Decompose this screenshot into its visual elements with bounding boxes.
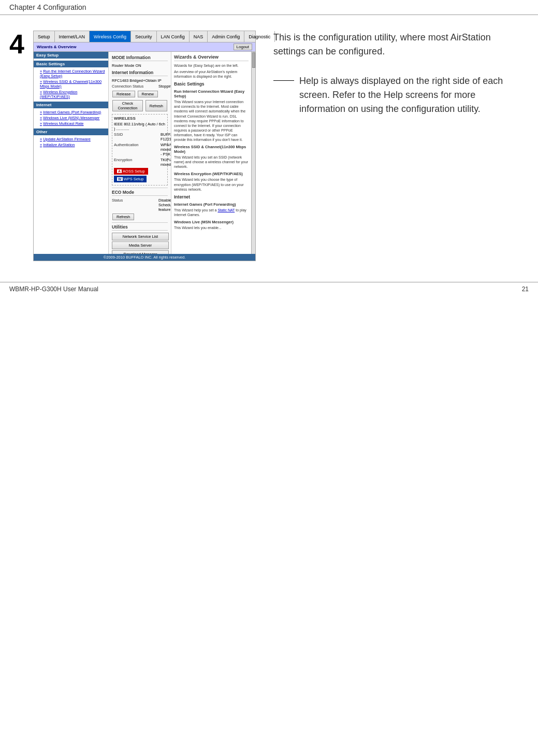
nav-wireless-config[interactable]: Wireless Config <box>90 31 131 42</box>
sidebar: Easy Setup Basic Settings Run the Intern… <box>34 52 109 254</box>
help-msn-text: This Wizard lets you enable... <box>174 225 249 230</box>
aoss-setup-button[interactable]: A AOSS Setup <box>114 168 148 175</box>
ssid-value: BUFFALO-F12217 <box>161 132 171 141</box>
eco-section: ECO Mode Status Disable Schedule feature… <box>112 188 168 221</box>
auth-value: WPA/WPA2 mixedmode - PSK <box>161 142 171 156</box>
main-content: 4 Setup Internet/LAN Wireless Config Sec… <box>0 15 538 261</box>
sidebar-section-title-easy-setup: Easy Setup <box>34 52 108 59</box>
utilities-title: Utilities <box>112 224 168 231</box>
sidebar-section-other: Other Update AirStation Firmware Initial… <box>34 129 108 148</box>
internet-info-title: Internet Information <box>112 70 168 76</box>
sidebar-section-title-other: Other <box>34 129 108 135</box>
help-overview: An overview of your AirStation's system … <box>174 69 249 79</box>
center-panel: MODE Information Router Mode ON Internet… <box>109 52 171 254</box>
sidebar-link-ssid[interactable]: Wireless SSID & Channel(11n300 Mbps Mode… <box>34 79 108 89</box>
eco-status-row: Status Disable Schedule feature <box>112 198 168 212</box>
help-ssid-title: Wireless SSID & Channel(11n300 Mbps Mode… <box>174 145 249 154</box>
sidebar-link-initialize[interactable]: Initialize AirStation <box>34 142 108 148</box>
footer-copyright: ©2009-2010 BUFFALO INC. All rights reser… <box>104 255 186 260</box>
sidebar-section-title-basic: Basic Settings <box>34 61 108 67</box>
sidebar-link-firmware[interactable]: Update AirStation Firmware <box>34 136 108 142</box>
help-intro: Wizards for (Easy Setup) are on the left… <box>174 63 249 68</box>
nav-security[interactable]: Security <box>131 31 157 42</box>
wireless-section: WIRELESS IEEE 802.11n/b/g ( Auto / 6ch )… <box>112 114 168 186</box>
refresh-button-internet[interactable]: Refresh <box>146 100 167 111</box>
chapter-title: Chapter 4 Configuration <box>9 3 86 11</box>
sidebar-section-title-internet: Internet <box>34 102 108 108</box>
enc-label: Encryption <box>114 158 161 167</box>
left-section: 4 Setup Internet/LAN Wireless Config Sec… <box>9 31 256 261</box>
connection-label: Connection Status <box>112 84 158 89</box>
help-port-text: This Wizard help you set a Static NAT to… <box>174 208 249 217</box>
sub-nav-title: Wizards & Overview <box>37 45 76 49</box>
help-panel-title: Wizards & Overview <box>174 54 249 61</box>
nav-internet-lan[interactable]: Internet/LAN <box>55 31 90 42</box>
help-run-wizard-title: Run Internet Connection Wizard (Easy Set… <box>174 89 249 98</box>
right-description-block: This is the configuration utility, where… <box>273 31 524 59</box>
nav-setup[interactable]: Setup <box>34 31 55 42</box>
download-manager-button[interactable]: Download Manager <box>112 250 169 254</box>
connection-status-row: Connection Status Stopping <box>112 84 168 89</box>
help-ssid-text: This Wizard lets you set an SSID (networ… <box>174 155 249 169</box>
utilities-section: Utilities Network Service List Media Ser… <box>112 222 168 254</box>
media-server-button[interactable]: Media Server <box>112 241 169 249</box>
scrollbar[interactable] <box>251 52 255 254</box>
help-msn-title: Windows Live (MSN Messenger) <box>174 220 249 224</box>
sidebar-link-port-forwarding[interactable]: Internet Games (Port Forwarding) <box>34 109 108 115</box>
check-connection-button[interactable]: Check Connection <box>112 100 143 111</box>
wireless-standard: IEEE 802.11n/b/g ( Auto / 6ch ) ........… <box>114 122 166 131</box>
eco-status-value: Disable Schedule feature <box>158 198 171 212</box>
screenshot-footer: ©2009-2010 BUFFALO INC. All rights reser… <box>34 254 255 261</box>
nav-lan-config[interactable]: LAN Config <box>157 31 190 42</box>
enc-row: Encryption TKIP/AES mixedmode <box>114 158 166 167</box>
network-service-list-button[interactable]: Network Service List <box>112 233 169 240</box>
release-button[interactable]: Release <box>112 91 135 97</box>
sidebar-section-internet: Internet Internet Games (Port Forwarding… <box>34 102 108 126</box>
auth-row: Authentication WPA/WPA2 mixedmode - PSK <box>114 142 166 156</box>
nav-admin-config[interactable]: Admin Config <box>208 31 244 42</box>
eco-status-label: Status <box>112 198 158 212</box>
screenshot-mockup: Setup Internet/LAN Wireless Config Secur… <box>33 31 256 261</box>
enc-value: TKIP/AES mixedmode <box>161 158 171 167</box>
help-panel: Wizards & Overview Wizards for (Easy Set… <box>171 52 251 254</box>
eco-title: ECO Mode <box>112 190 168 196</box>
eco-refresh-button[interactable]: Refresh <box>112 213 134 220</box>
nav-nas[interactable]: NAS <box>190 31 208 42</box>
nav-bar: Setup Internet/LAN Wireless Config Secur… <box>34 31 255 42</box>
right-section: This is the configuration utility, where… <box>268 31 529 261</box>
panel-area: Easy Setup Basic Settings Run the Intern… <box>34 52 255 254</box>
help-encryption-text: This Wizard lets you choose the type of … <box>174 177 249 191</box>
wps-icon: W <box>117 177 123 181</box>
mode-info-title: MODE Information <box>112 55 168 61</box>
help-arrow-line <box>273 80 294 81</box>
sidebar-link-internet-wizard[interactable]: Run the Internet Connection Wizard (Easy… <box>34 68 108 79</box>
wireless-title: WIRELESS <box>114 116 166 121</box>
mode-info-value: Router Mode ON <box>112 63 168 68</box>
help-panel-wrapper: Wizards & Overview Wizards for (Easy Set… <box>171 52 255 254</box>
check-refresh-row: Check Connection Refresh <box>112 99 168 112</box>
help-run-wizard-text: This Wizard scans your Internet connecti… <box>174 99 249 142</box>
logout-button[interactable]: Logout <box>234 44 252 50</box>
right-description-text: This is the configuration utility, where… <box>273 31 524 59</box>
ssid-row: SSID BUFFALO-F12217 <box>114 132 166 141</box>
connection-value: Stopping <box>158 84 171 89</box>
sidebar-link-multicast[interactable]: Wireless Multicast Rate <box>34 121 108 126</box>
ssid-label: SSID <box>114 132 161 141</box>
help-arrow-block: Help is always displayed on the right si… <box>273 74 524 116</box>
footer-left: WBMR-HP-G300H User Manual <box>9 286 98 293</box>
step-number: 4 <box>9 31 28 261</box>
help-port-title: Internet Games (Port Forwarding) <box>174 202 249 207</box>
help-basic-settings-title: Basic Settings <box>174 81 249 87</box>
page-footer: WBMR-HP-G300H User Manual 21 <box>0 282 538 296</box>
sidebar-link-encryption[interactable]: Wireless Encryption (WEP/TKIP/AES) <box>34 89 108 99</box>
wps-setup-button[interactable]: W WPS Setup <box>114 176 147 182</box>
sub-nav-bar: Wizards & Overview Logout <box>34 42 255 52</box>
auth-label: Authentication <box>114 142 161 156</box>
aoss-icon: A <box>117 169 122 173</box>
release-renew-row: Release Renew <box>112 90 168 98</box>
help-encryption-title: Wireless Encryption (WEP/TKIP/AES) <box>174 172 249 176</box>
sidebar-link-msn[interactable]: Windows Live (MSN) Messenger <box>34 115 108 121</box>
scrollbar-thumb <box>252 52 255 68</box>
renew-button[interactable]: Renew <box>138 91 158 97</box>
sidebar-section-basic: Basic Settings Run the Internet Connecti… <box>34 61 108 99</box>
